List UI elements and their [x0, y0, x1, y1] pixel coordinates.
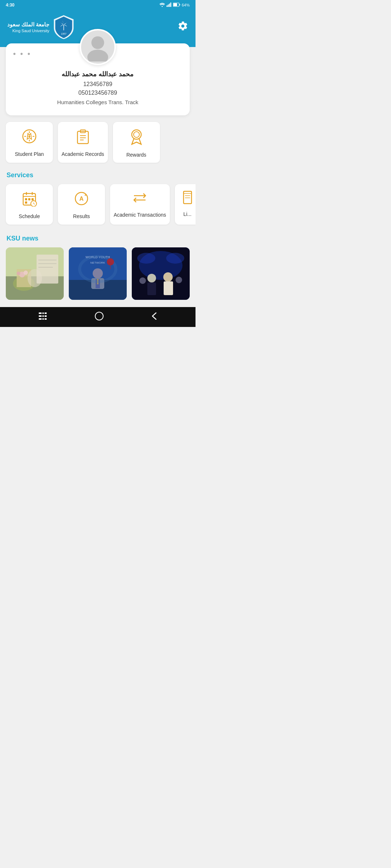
svg-rect-71 — [147, 282, 156, 295]
svg-point-74 — [176, 277, 182, 283]
nav-back-button[interactable] — [148, 309, 160, 326]
svg-point-75 — [139, 277, 146, 284]
svg-point-59 — [93, 268, 103, 278]
svg-rect-82 — [39, 318, 42, 320]
badge-icon — [129, 128, 144, 148]
menu-card-student-plan[interactable]: Student Plan — [6, 122, 53, 163]
nav-menu-button[interactable] — [35, 310, 50, 325]
svg-point-85 — [95, 312, 103, 320]
svg-rect-30 — [28, 198, 30, 200]
svg-rect-80 — [42, 315, 44, 317]
academic-transactions-label: Academic Transactions — [114, 212, 166, 218]
svg-text:+: + — [84, 193, 87, 197]
avatar — [80, 29, 116, 65]
library-label: Li... — [183, 211, 192, 217]
university-name-arabic: جامعة الملك سعود — [7, 21, 49, 28]
svg-rect-3 — [169, 4, 170, 7]
service-card-schedule[interactable]: Schedule — [6, 184, 53, 225]
wifi-icon — [159, 3, 165, 8]
svg-point-49 — [24, 271, 28, 275]
svg-rect-4 — [170, 3, 171, 7]
svg-rect-81 — [45, 315, 47, 317]
rewards-label: Rewards — [126, 152, 146, 158]
svg-point-17 — [29, 136, 30, 137]
university-logo: جامعة الملك سعود King Saud University 19… — [7, 14, 75, 40]
menu-card-rewards[interactable]: Rewards — [113, 122, 160, 163]
svg-text:A: A — [79, 196, 84, 202]
svg-point-23 — [132, 130, 141, 139]
shield-logo-icon: 1957 — [53, 14, 75, 40]
svg-rect-6 — [173, 3, 177, 6]
settings-button[interactable] — [177, 21, 188, 34]
svg-rect-77 — [42, 312, 44, 314]
svg-point-70 — [147, 274, 156, 282]
university-name-text: جامعة الملك سعود King Saud University — [7, 21, 49, 34]
service-card-library[interactable]: Li... — [175, 184, 196, 225]
service-card-results[interactable]: A + Results — [58, 184, 105, 225]
grade-icon: A + — [74, 191, 89, 209]
svg-rect-76 — [39, 312, 42, 314]
results-label: Results — [73, 213, 90, 220]
battery-icon — [173, 3, 180, 8]
profile-card: • • • محمد عبدالله محمد عبدالله 12345678… — [6, 43, 190, 115]
svg-rect-39 — [184, 191, 192, 204]
news-card-1[interactable] — [6, 247, 64, 300]
compass-icon — [21, 128, 37, 148]
profile-phone: 050123456789 — [14, 90, 181, 96]
svg-rect-31 — [31, 198, 34, 200]
svg-point-10 — [91, 36, 104, 49]
svg-rect-78 — [45, 312, 47, 314]
svg-point-11 — [87, 50, 108, 61]
news-card-3[interactable] — [132, 247, 190, 300]
academic-records-label: Academic Records — [62, 151, 104, 157]
clipboard-icon — [75, 128, 91, 148]
svg-rect-84 — [45, 318, 47, 320]
battery-percent: 64% — [182, 3, 190, 7]
services-row: Schedule A + Results Academic Transactio… — [0, 182, 196, 230]
news-section-title: KSU news — [0, 230, 196, 245]
svg-rect-79 — [39, 315, 42, 317]
news-row: WORLD YOUTH NETWORK — [0, 245, 196, 307]
svg-rect-2 — [168, 5, 169, 7]
svg-rect-32 — [25, 201, 27, 204]
svg-text:NETWORK: NETWORK — [91, 261, 106, 264]
svg-rect-7 — [179, 4, 180, 5]
navigation-bar — [0, 307, 196, 327]
svg-rect-51 — [37, 255, 58, 284]
svg-rect-83 — [42, 318, 44, 320]
status-bar: 4:30 64% — [0, 0, 196, 10]
schedule-label: Schedule — [19, 213, 40, 220]
svg-rect-29 — [25, 198, 27, 200]
svg-point-24 — [134, 132, 139, 137]
status-time: 4:30 — [6, 3, 14, 8]
student-plan-label: Student Plan — [15, 151, 44, 157]
nav-home-button[interactable] — [92, 309, 107, 326]
book-icon — [182, 191, 193, 207]
svg-point-72 — [163, 272, 173, 282]
svg-point-64 — [107, 258, 114, 265]
profile-student-id: 123456789 — [14, 81, 181, 88]
profile-section: • • • محمد عبدالله محمد عبدالله 12345678… — [0, 47, 196, 115]
svg-rect-1 — [167, 5, 168, 7]
svg-point-50 — [17, 272, 20, 275]
status-right-icons: 64% — [159, 3, 190, 8]
news-card-2[interactable]: WORLD YOUTH NETWORK — [69, 247, 127, 300]
options-dots[interactable]: • • • — [13, 49, 31, 59]
profile-name: محمد عبدالله محمد عبدالله — [14, 70, 181, 78]
profile-track: Humanities Colleges Trans. Track — [14, 99, 181, 105]
svg-rect-73 — [164, 281, 173, 295]
svg-point-68 — [137, 253, 155, 264]
university-name-english: King Saud University — [7, 28, 49, 34]
quick-menu: Student Plan Academic Records Rewards — [0, 115, 196, 166]
service-card-academic-transactions[interactable]: Academic Transactions — [110, 184, 170, 225]
menu-card-academic-records[interactable]: Academic Records — [58, 122, 108, 163]
calendar-icon — [22, 191, 37, 209]
svg-text:1957: 1957 — [61, 33, 67, 35]
avatar-silhouette-icon — [83, 33, 112, 61]
transfer-icon — [132, 191, 148, 208]
svg-point-0 — [161, 6, 163, 7]
svg-point-69 — [166, 253, 184, 264]
signal-icon — [167, 3, 172, 8]
services-section-title: Services — [0, 166, 196, 182]
